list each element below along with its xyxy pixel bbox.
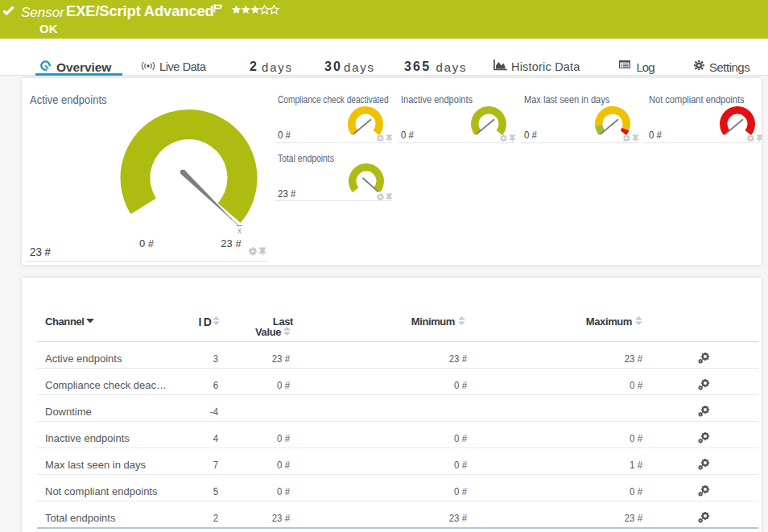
svg-text:x: x xyxy=(237,226,242,235)
